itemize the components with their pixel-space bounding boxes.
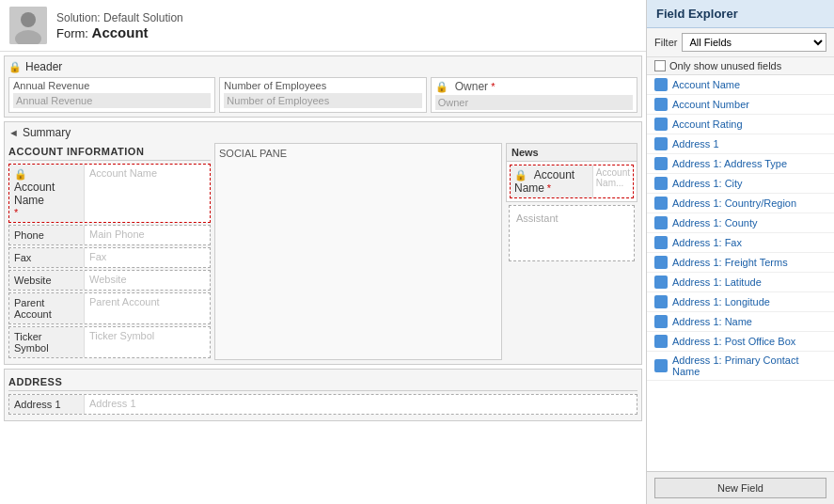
fax-label: Fax — [9, 248, 85, 267]
owner-required-star: * — [491, 81, 495, 92]
field-item-label: Account Rating — [672, 118, 743, 130]
news-lock-icon: 🔒 — [514, 169, 527, 181]
annual-revenue-label: Annual Revenue — [13, 80, 211, 91]
news-account-name-label: 🔒 Account Name * — [511, 165, 593, 197]
field-explorer-item[interactable]: Address 1: Freight Terms — [647, 253, 834, 273]
owner-input[interactable]: Owner — [435, 95, 633, 110]
address1-row: Address 1 Address 1 — [8, 394, 637, 415]
header-section: 🔒 Header Annual Revenue Annual Revenue N… — [4, 55, 642, 118]
address1-label: Address 1 — [9, 395, 85, 414]
avatar — [9, 7, 47, 44]
header-title-bar: 🔒 Header — [8, 60, 637, 73]
solution-label: Solution: — [56, 11, 101, 24]
field-explorer-item[interactable]: Address 1: Post Office Box — [647, 332, 834, 352]
account-info-title: ACCOUNT INFORMATION — [8, 143, 211, 161]
unused-fields-label: Only show unused fields — [669, 60, 781, 71]
field-explorer-item[interactable]: Address 1 — [647, 134, 834, 154]
field-item-label: Address 1: Longitude — [672, 296, 770, 307]
field-explorer-footer: New Field — [647, 471, 834, 504]
assistant-label: Assistant — [512, 209, 631, 228]
header-section-title: Header — [25, 60, 62, 73]
filter-label: Filter — [654, 37, 677, 48]
field-explorer-item[interactable]: Address 1: Primary Contact Name — [647, 352, 834, 381]
account-name-star: * — [14, 207, 18, 218]
owner-lock-icon: 🔒 — [435, 81, 448, 92]
field-explorer-item[interactable]: Address 1: Address Type — [647, 154, 834, 174]
account-name-row: 🔒 Account Name * Account Name — [8, 164, 211, 223]
phone-label: Phone — [9, 226, 85, 244]
address-title: ADDRESS — [8, 373, 637, 391]
account-name-input[interactable]: Account Name — [85, 165, 210, 222]
field-item-icon — [654, 157, 668, 170]
field-explorer-item[interactable]: Address 1: Fax — [647, 233, 834, 253]
account-name-lock-icon: 🔒 — [14, 168, 27, 181]
field-explorer-item[interactable]: Address 1: Latitude — [647, 273, 834, 292]
field-item-icon — [654, 276, 668, 289]
field-item-label: Account Name — [672, 79, 740, 90]
parent-account-row: Parent Account Parent Account — [8, 292, 211, 324]
solution-header: Solution: Default Solution Form: Account — [0, 0, 646, 52]
account-name-label: 🔒 Account Name * — [9, 165, 85, 222]
news-account-name-input[interactable]: Account Nam... — [593, 165, 633, 197]
field-explorer-item[interactable]: Address 1: County — [647, 213, 834, 233]
field-item-label: Address 1: Name — [672, 316, 752, 327]
field-item-icon — [654, 216, 668, 229]
phone-input[interactable]: Main Phone — [85, 226, 210, 244]
social-pane-title: SOCIAL PANE — [215, 144, 501, 163]
field-item-icon — [654, 197, 668, 210]
field-explorer-item[interactable]: Account Number — [647, 95, 834, 115]
unused-fields-checkbox[interactable] — [654, 60, 666, 71]
fax-row: Fax Fax — [8, 247, 211, 268]
summary-triangle-icon: ◄ — [8, 127, 19, 138]
num-employees-input[interactable]: Number of Employees — [224, 93, 421, 108]
header-fields: Annual Revenue Annual Revenue Number of … — [8, 77, 637, 113]
summary-columns: ACCOUNT INFORMATION 🔒 Account Name * Acc… — [8, 143, 637, 360]
ticker-symbol-input[interactable]: Ticker Symbol — [85, 327, 210, 357]
field-item-label: Address 1: Post Office Box — [672, 336, 795, 347]
summary-title-bar: ◄ Summary — [8, 126, 637, 139]
parent-account-input[interactable]: Parent Account — [85, 293, 210, 323]
filter-select[interactable]: All Fields — [682, 33, 826, 52]
field-item-icon — [654, 137, 668, 150]
field-item-icon — [654, 295, 668, 308]
annual-revenue-input[interactable]: Annual Revenue — [13, 93, 211, 108]
field-explorer-item[interactable]: Account Rating — [647, 115, 834, 134]
field-explorer-list: Account NameAccount NumberAccount Rating… — [647, 75, 834, 471]
form-name: Account — [92, 24, 149, 40]
header-lock-icon: 🔒 — [8, 61, 22, 73]
field-item-icon — [654, 177, 668, 190]
field-item-icon — [654, 118, 668, 131]
phone-row: Phone Main Phone — [8, 225, 211, 245]
field-explorer-item[interactable]: Address 1: City — [647, 174, 834, 194]
owner-field: 🔒 Owner * Owner — [431, 77, 637, 113]
field-explorer-item[interactable]: Account Name — [647, 75, 834, 95]
field-item-icon — [654, 359, 668, 372]
form-label: Form: — [56, 26, 88, 40]
field-explorer-item[interactable]: Address 1: Country/Region — [647, 194, 834, 213]
field-item-label: Address 1: Freight Terms — [672, 257, 788, 268]
address1-input[interactable]: Address 1 — [85, 395, 637, 414]
field-item-label: Address 1: Country/Region — [672, 197, 796, 209]
field-item-label: Address 1: Address Type — [672, 158, 787, 169]
website-input[interactable]: Website — [85, 271, 210, 290]
annual-revenue-field: Annual Revenue Annual Revenue — [8, 77, 215, 113]
unused-fields-row[interactable]: Only show unused fields — [647, 57, 834, 75]
field-item-label: Account Number — [672, 99, 749, 110]
field-item-icon — [654, 78, 668, 91]
num-employees-field: Number of Employees Number of Employees — [219, 77, 426, 113]
solution-title: Solution: Default Solution Form: Account — [56, 11, 183, 40]
summary-section-title: Summary — [23, 126, 71, 139]
svg-point-1 — [21, 12, 36, 27]
field-item-label: Address 1 — [672, 138, 719, 150]
field-item-icon — [654, 98, 668, 111]
field-explorer-panel: Field Explorer Filter All Fields Only sh… — [646, 0, 834, 504]
field-explorer-item[interactable]: Address 1: Name — [647, 312, 834, 332]
field-explorer-item[interactable]: Address 1: Longitude — [647, 292, 834, 312]
field-explorer-header: Field Explorer — [647, 0, 834, 28]
fax-input[interactable]: Fax — [85, 248, 210, 267]
news-column: News 🔒 Account Name * Account Nam... — [506, 143, 637, 360]
ticker-symbol-row: Ticker Symbol Ticker Symbol — [8, 326, 211, 358]
field-item-icon — [654, 315, 668, 328]
new-field-button[interactable]: New Field — [654, 478, 826, 498]
field-item-label: Address 1: City — [672, 178, 743, 189]
